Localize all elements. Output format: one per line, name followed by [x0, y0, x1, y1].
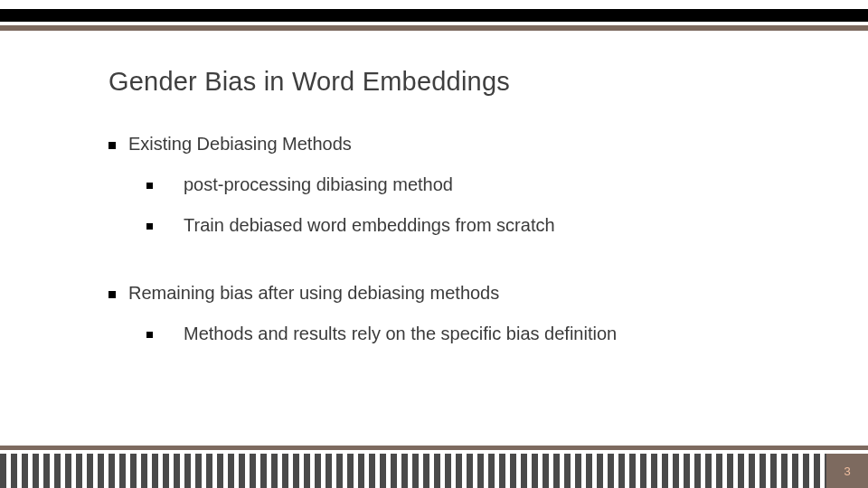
- list-item: Methods and results rely on the specific…: [184, 324, 796, 344]
- page-number-box: 3: [826, 454, 868, 488]
- bullet-level1: Existing Debiasing Methods: [108, 134, 796, 155]
- bullet-level1: Remaining bias after using debiasing met…: [108, 283, 796, 304]
- slide-title: Gender Bias in Word Embeddings: [108, 67, 510, 97]
- square-bullet-icon: [108, 142, 116, 149]
- section-heading: Remaining bias after using debiasing met…: [128, 283, 796, 304]
- top-border-brown: [0, 25, 868, 31]
- bullet-level2: Methods and results rely on the specific…: [146, 324, 796, 344]
- bottom-stripe-pattern: [0, 454, 868, 488]
- bullet-level2: post-processing dibiasing method: [146, 174, 796, 195]
- square-bullet-icon: [146, 223, 153, 230]
- bullet-level2: Train debiased word embeddings from scra…: [146, 215, 796, 236]
- square-bullet-icon: [146, 183, 153, 189]
- bottom-border-brown: [0, 446, 868, 450]
- list-item: Train debiased word embeddings from scra…: [184, 215, 796, 236]
- section-heading: Existing Debiasing Methods: [128, 134, 796, 155]
- square-bullet-icon: [108, 291, 116, 298]
- top-border-black: [0, 9, 868, 22]
- list-item: post-processing dibiasing method: [184, 174, 796, 195]
- page-number: 3: [844, 465, 850, 478]
- slide-content: Existing Debiasing Methods post-processi…: [108, 134, 796, 352]
- square-bullet-icon: [146, 332, 153, 338]
